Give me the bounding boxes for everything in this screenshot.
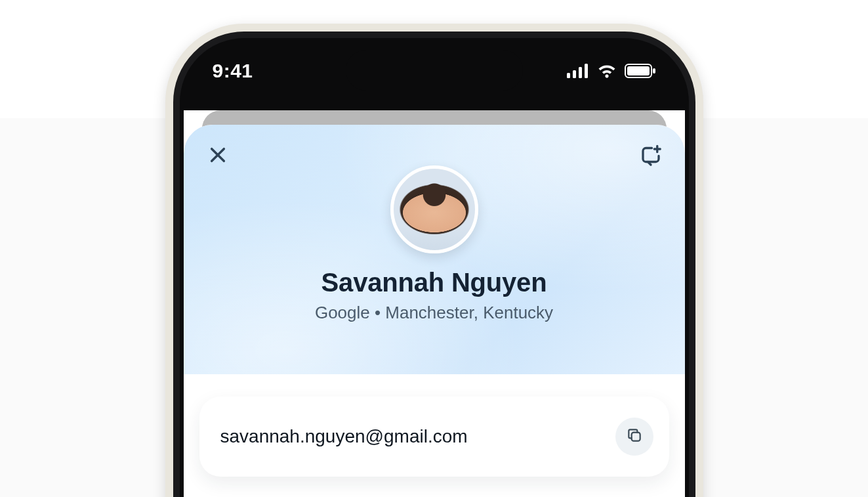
close-button[interactable] bbox=[202, 140, 234, 172]
phone-mockup: 9:41 bbox=[165, 24, 703, 497]
avatar bbox=[390, 165, 478, 253]
svg-rect-6 bbox=[653, 68, 655, 74]
phone-frame: 9:41 bbox=[165, 24, 703, 497]
svg-rect-5 bbox=[627, 66, 650, 76]
copy-email-button[interactable] bbox=[615, 418, 653, 456]
svg-rect-0 bbox=[567, 73, 570, 78]
contact-sheet: Savannah Nguyen Google • Manchester, Ken… bbox=[184, 125, 685, 497]
contact-name: Savannah Nguyen bbox=[321, 268, 547, 297]
phone-screen: Savannah Nguyen Google • Manchester, Ken… bbox=[184, 110, 685, 497]
contact-email: savannah.nguyen@gmail.com bbox=[220, 426, 468, 447]
contact-subline: Google • Manchester, Kentucky bbox=[315, 303, 553, 323]
copy-icon bbox=[626, 427, 643, 446]
compose-note-icon bbox=[639, 143, 663, 169]
svg-rect-11 bbox=[631, 433, 640, 441]
battery-icon bbox=[625, 64, 656, 78]
cellular-icon bbox=[567, 64, 589, 78]
phone-notch bbox=[346, 50, 523, 91]
status-time: 9:41 bbox=[213, 60, 253, 82]
contact-hero: Savannah Nguyen Google • Manchester, Ken… bbox=[184, 125, 685, 374]
new-note-button[interactable] bbox=[635, 140, 667, 172]
email-card: savannah.nguyen@gmail.com bbox=[199, 397, 669, 477]
svg-rect-2 bbox=[579, 67, 582, 78]
svg-rect-3 bbox=[585, 64, 588, 78]
status-indicators bbox=[567, 64, 656, 78]
close-icon bbox=[207, 144, 228, 168]
svg-rect-1 bbox=[573, 70, 576, 78]
wifi-icon bbox=[597, 64, 617, 78]
